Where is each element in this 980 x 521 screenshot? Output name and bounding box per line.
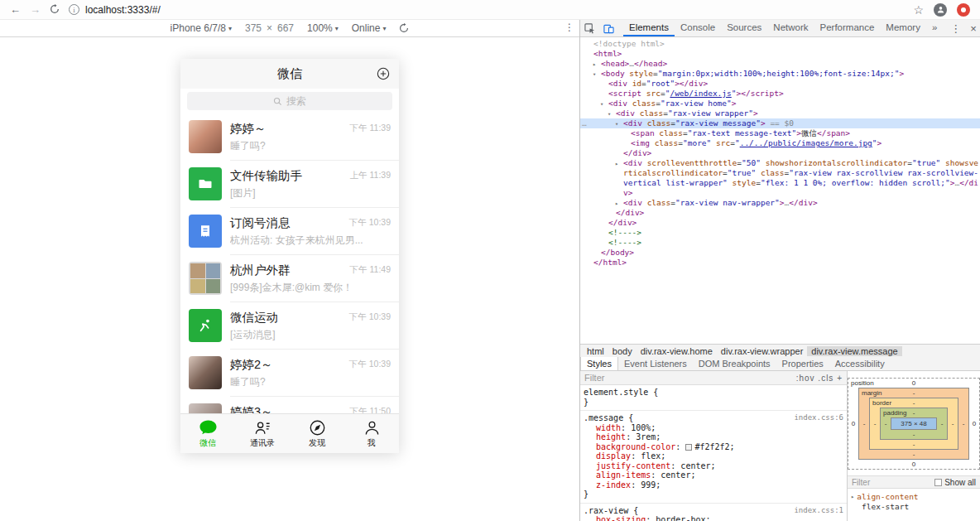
address-bar[interactable]: localhost:3333/#/	[85, 4, 161, 16]
show-all-checkbox[interactable]	[934, 479, 942, 486]
sidebar-tab-event-listeners[interactable]: Event Listeners	[618, 357, 693, 370]
inspect-element-icon[interactable]	[580, 20, 599, 36]
dom-tree-node[interactable]: <!---->	[580, 228, 980, 238]
chat-name: 文件传输助手	[230, 168, 302, 184]
tab-me[interactable]: 我	[344, 414, 399, 453]
css-property[interactable]: height: 3rem;	[584, 432, 843, 442]
style-state-toggles[interactable]: :hov .cls +	[796, 374, 843, 383]
chat-time: 下午 10:39	[349, 311, 391, 323]
css-property[interactable]: width: 100%;	[584, 423, 843, 433]
throttle-select[interactable]: Online▾	[352, 22, 387, 34]
device-width-input[interactable]: 375	[245, 22, 262, 34]
devtools-tab-network[interactable]: Network	[767, 20, 814, 36]
wechat-header: 微信	[180, 59, 399, 89]
devtools-tab-memory[interactable]: Memory	[880, 20, 926, 36]
dom-tree-node[interactable]: <div id="root"></div>	[580, 79, 980, 89]
sidebar-tab-styles[interactable]: Styles	[580, 357, 618, 370]
bookmark-star-icon[interactable]: ☆	[913, 3, 924, 17]
breadcrumb-item[interactable]: div.rax-view.wrapper	[717, 346, 807, 356]
dom-tree-node[interactable]: ▸<div class="rax-view nav-wrapper">…</di…	[580, 198, 980, 208]
css-property[interactable]: justify-content: center;	[584, 461, 843, 471]
devtools-tab-sources[interactable]: Sources	[721, 20, 767, 36]
site-info-icon[interactable]: i	[69, 4, 79, 15]
rule-selector[interactable]: .message	[584, 413, 623, 422]
discover-icon	[308, 419, 327, 437]
rule-selector[interactable]: .rax-view	[584, 506, 628, 515]
dom-tree-node[interactable]: <!---->	[580, 238, 980, 248]
css-property[interactable]: align-items: center;	[584, 470, 843, 480]
dom-tree-node[interactable]: </html>	[580, 258, 980, 268]
chat-list-item[interactable]: 文件传输助手[图片]上午 11:39	[180, 161, 399, 208]
extension-badge-icon[interactable]	[957, 3, 970, 17]
chat-list-item[interactable]: 婷婷2～睡了吗?下午 10:39	[180, 350, 399, 397]
dom-tree-node[interactable]: </div>	[580, 218, 980, 228]
dom-tree-node[interactable]: <img class="more" src="../../public/imag…	[580, 138, 980, 148]
rotate-icon[interactable]	[399, 23, 409, 33]
dom-tree-node[interactable]: ▸<div scrolleventthrottle="50" showshori…	[580, 158, 980, 198]
styles-filter-input[interactable]: Filter	[584, 373, 604, 383]
devtools-tabbar: ElementsConsoleSourcesNetworkPerformance…	[580, 20, 980, 37]
stylesheet-link[interactable]: index.css:1	[794, 506, 843, 516]
chat-name: 婷婷～	[230, 121, 267, 137]
search-input[interactable]: 搜索	[187, 92, 392, 110]
profile-avatar-icon[interactable]	[934, 3, 947, 17]
dom-tree-node[interactable]: ▾…<div class="rax-view message"> == $0	[580, 118, 980, 128]
chat-list-item[interactable]: 订阅号消息杭州活动: 女孩子来杭州见男...下午 10:39	[180, 208, 399, 255]
css-property[interactable]: z-index: 999;	[584, 480, 843, 490]
dom-tree-node[interactable]: ▾<div class="rax-view wrapper">	[580, 109, 980, 118]
css-property[interactable]: display: flex;	[584, 451, 843, 461]
breadcrumb-item[interactable]: html	[583, 346, 608, 356]
dom-tree-node[interactable]: </body>	[580, 248, 980, 258]
computed-filter-input[interactable]: Filter	[852, 478, 870, 487]
chat-list-item[interactable]: 微信运动[运动消息]下午 10:39	[180, 302, 399, 350]
dom-tree-node[interactable]: ▾<body style="margin:0px;width:100%;heig…	[580, 69, 980, 79]
dom-tree-node[interactable]: ▾<div class="rax-view home">	[580, 99, 980, 109]
search-bar-area: 搜索	[180, 89, 399, 113]
dom-tree-node[interactable]: <span class="rax-text message-text">微信</…	[580, 128, 980, 138]
breadcrumb-item[interactable]: div.rax-view.home	[637, 346, 717, 356]
css-property[interactable]: background-color: #f2f2f2;	[584, 442, 843, 452]
node-menu-icon[interactable]: …	[582, 118, 587, 128]
chat-list-item[interactable]: 杭州户外群[999条]金木犀:@kim 爱你！下午 11:49	[180, 255, 399, 302]
breadcrumb-item[interactable]: body	[608, 346, 637, 356]
tab-discover[interactable]: 发现	[290, 414, 344, 453]
zoom-select[interactable]: 100%▾	[307, 22, 339, 34]
computed-property[interactable]: ▸align-content	[849, 491, 978, 502]
dom-tree-node[interactable]: </div>	[580, 208, 980, 218]
breadcrumb-item[interactable]: div.rax-view.message	[807, 346, 901, 356]
sidebar-tab-dom-breakpoints[interactable]: DOM Breakpoints	[693, 357, 776, 370]
devtools-more-tabs-icon[interactable]: »	[926, 20, 943, 36]
back-icon[interactable]: ←	[10, 4, 21, 15]
stylesheet-link[interactable]: index.css:6	[794, 413, 843, 423]
dom-tree-node[interactable]: <!doctype html>	[580, 39, 980, 49]
dom-tree-node[interactable]: <script src="/web/index.js"></script>	[580, 89, 980, 99]
dom-tree-node[interactable]: <html>	[580, 49, 980, 59]
tab-chat[interactable]: 微信	[180, 414, 235, 453]
chat-list-item[interactable]: 婷婷3～下午 11:50	[180, 397, 399, 413]
reload-icon[interactable]	[50, 4, 60, 16]
expand-arrow-icon[interactable]: ▸	[851, 494, 854, 500]
rule-selector[interactable]: element.style	[584, 388, 648, 397]
breadcrumb: htmlbodydiv.rax-view.homediv.rax-view.wr…	[580, 344, 980, 357]
tree-expand-arrow[interactable]: ▸	[615, 159, 618, 169]
devtools-tab-elements[interactable]: Elements	[623, 20, 675, 36]
devtools-menu-icon[interactable]: ⋮	[950, 22, 961, 35]
forward-icon[interactable]: →	[30, 4, 41, 15]
devtools-tab-performance[interactable]: Performance	[814, 20, 881, 36]
chat-list-item[interactable]: 婷婷～睡了吗?下午 11:39	[180, 113, 399, 161]
dom-tree-node[interactable]: </div>	[580, 148, 980, 158]
sidebar-tab-accessibility[interactable]: Accessibility	[829, 357, 891, 370]
color-swatch[interactable]	[685, 444, 692, 451]
device-height-input[interactable]: 667	[277, 22, 294, 34]
tab-contacts[interactable]: 通讯录	[235, 414, 290, 453]
toggle-device-toolbar-icon[interactable]	[599, 20, 618, 36]
box-model-label: border	[872, 399, 891, 407]
add-icon[interactable]	[377, 67, 390, 80]
device-select[interactable]: iPhone 6/7/8▾	[171, 22, 232, 34]
sidebar-tab-properties[interactable]: Properties	[776, 357, 829, 370]
css-property[interactable]: box-sizing: border-box;	[584, 515, 843, 521]
dom-tree-node[interactable]: ▸<head>…</head>	[580, 59, 980, 69]
devtools-tab-console[interactable]: Console	[675, 20, 721, 36]
device-toolbar-menu-icon[interactable]: ⋮	[564, 22, 574, 33]
devtools-close-icon[interactable]: ×	[970, 22, 977, 35]
